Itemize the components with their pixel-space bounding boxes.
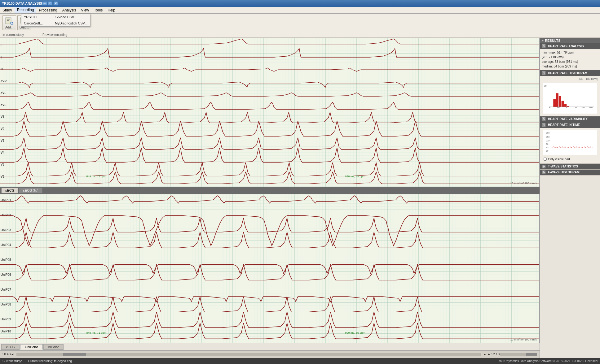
add-button[interactable]: Add... xyxy=(2,15,16,30)
only-visible-part-row: Only visible part xyxy=(542,156,598,162)
tab-secg-3x4[interactable]: sECG 3x4 xyxy=(19,188,42,193)
hrit-expand-icon[interactable]: ⊖ xyxy=(542,123,545,127)
dropdown-row-2: CardioSoft... MyDiagnostick CSV... xyxy=(21,20,90,26)
panel-tabs: sECG sECG 3x4 xyxy=(0,187,540,194)
tab-secg[interactable]: sECG xyxy=(1,188,18,193)
lower-annotation-2: 920 ms, 65 bpm xyxy=(345,331,365,334)
hrv-label: HEART RATE VARIABILITY xyxy=(548,117,588,121)
hrh-content: (30 - 180 BPM) 30 xyxy=(540,76,600,116)
hr-time-chart: 190 150 110 90 65 30 xyxy=(543,130,597,155)
in-current-study: In current study xyxy=(2,33,24,37)
copyright-label: YourRhythmics Data Analysis Software © 2… xyxy=(498,359,598,363)
dropdown-item-12lead[interactable]: 12-lead CSV... xyxy=(55,15,80,19)
svg-text:90: 90 xyxy=(546,143,549,145)
twave-label: T-WAVE STATISTICS xyxy=(548,165,578,168)
window-controls: ─ □ ✕ xyxy=(42,1,58,6)
scroll-bar: 50.4 s ◄ ► ► 52.1 s xyxy=(0,350,540,358)
svg-text:30: 30 xyxy=(549,106,551,109)
section-twave: ⊖ T-WAVE STATISTICS xyxy=(540,164,600,170)
scroll-right-thumb[interactable] xyxy=(526,353,537,356)
section-header-twave[interactable]: ⊖ T-WAVE STATISTICS xyxy=(540,164,600,169)
fwave-expand-icon[interactable]: ⊖ xyxy=(542,171,545,174)
dropdown-row-1: YRS100... 12-lead CSV... xyxy=(21,14,90,20)
twave-expand-icon[interactable]: ⊖ xyxy=(542,165,545,168)
svg-rect-16 xyxy=(559,96,561,107)
hra-content: min - max: 51 - 79 bpm (761 - 1185 ms) a… xyxy=(540,49,600,70)
svg-text:190: 190 xyxy=(546,132,550,134)
section-header-hra[interactable]: ⊖ HEART RATE ANALYSIS xyxy=(540,43,600,49)
lower-annotation-1: 849 ms, 71 bpm xyxy=(86,331,106,334)
menu-bar: Study Recording Processing Analysis View… xyxy=(0,7,600,14)
section-header-fwave[interactable]: ⊖ F-WAVE HISTOGRAM xyxy=(540,170,600,175)
results-title: RESULTS xyxy=(545,39,561,42)
svg-rect-15 xyxy=(556,93,558,107)
svg-text:90: 90 xyxy=(566,106,568,109)
results-expand-icon[interactable]: » xyxy=(542,39,544,42)
scroll-left-arrow[interactable]: ◄ xyxy=(11,353,14,356)
only-visible-checkbox[interactable] xyxy=(544,158,547,161)
right-panel: » RESULTS ⊖ HEART RATE ANALYSIS min - ma… xyxy=(540,38,600,358)
svg-text:60: 60 xyxy=(557,106,560,109)
menu-help[interactable]: Help xyxy=(105,7,118,13)
section-hrit: ⊖ HEART RATE IN TIME 190 150 110 90 65 3… xyxy=(540,122,600,164)
fwave-label: F-WAVE HISTOGRAM xyxy=(548,171,580,174)
hra-expand-icon[interactable]: ⊖ xyxy=(542,44,545,48)
scroll-right-label: ► 52.1 s xyxy=(488,353,500,356)
histogram-svg: 30 xyxy=(544,84,596,109)
results-header: » RESULTS xyxy=(540,38,600,43)
dropdown-item-mydiagnostick[interactable]: MyDiagnostick CSV... xyxy=(55,21,87,25)
hra-average: average: 63 bpm (951 ms) xyxy=(542,59,598,64)
hrit-label: HEART RATE IN TIME xyxy=(548,123,580,127)
add-icon xyxy=(5,16,14,25)
hrv-expand-icon[interactable]: ⊖ xyxy=(542,117,545,121)
scroll-right-arrow[interactable]: ► xyxy=(483,353,486,356)
svg-rect-14 xyxy=(553,99,556,106)
menu-view[interactable]: View xyxy=(78,7,91,13)
svg-text:150: 150 xyxy=(546,136,550,138)
app-title: YRS100 DATA ANALYSIS xyxy=(2,2,42,5)
recording-dropdown: YRS100... 12-lead CSV... CardioSoft... M… xyxy=(21,14,90,27)
dropdown-item-yrs[interactable]: YRS100... xyxy=(24,15,49,19)
add-label: Add... xyxy=(5,26,13,29)
menu-study[interactable]: Study xyxy=(0,7,15,13)
svg-text:110: 110 xyxy=(546,140,550,142)
hra-minmax: min - max: 51 - 79 bpm xyxy=(542,50,598,55)
hrh-expand-icon[interactable]: ⊖ xyxy=(542,71,545,75)
upper-annotation-1: 849 ms, 71 bpm xyxy=(86,175,106,178)
section-fwave: ⊖ F-WAVE HISTOGRAM xyxy=(540,170,600,176)
dropdown-item-cardiosoft[interactable]: CardioSoft... xyxy=(24,21,49,25)
menu-tools[interactable]: Tools xyxy=(91,7,105,13)
svg-text:65: 65 xyxy=(546,146,549,149)
section-header-hrv[interactable]: ⊖ HEART RATE VARIABILITY xyxy=(540,116,600,122)
section-header-hrh[interactable]: ⊖ HEART RATE HISTOGRAM xyxy=(540,70,600,76)
minimize-button[interactable]: ─ xyxy=(42,1,47,6)
main-area: I II III aVR aVL aVF V1 V2 V3 V4 V5 V6 xyxy=(0,38,600,358)
ecg-container: I II III aVR aVL aVF V1 V2 V3 V4 V5 V6 xyxy=(0,38,540,358)
tab-xecg[interactable]: xECG xyxy=(1,344,20,350)
scroll-left-label: 50.4 s xyxy=(2,353,11,356)
current-recording-label: Current recording: te-ecged ecg xyxy=(28,359,72,363)
tab-bipolar[interactable]: BiPolar xyxy=(43,344,64,350)
scroll-right-track[interactable] xyxy=(500,353,537,356)
menu-recording[interactable]: Recording xyxy=(15,7,37,13)
svg-text:30: 30 xyxy=(546,150,549,152)
svg-text:120: 120 xyxy=(573,106,577,109)
upper-annotation-2: 920 ms, 65 bpm xyxy=(345,175,365,178)
current-study-label: Current study: xyxy=(2,359,22,363)
section-header-hrit[interactable]: ⊖ HEART RATE IN TIME xyxy=(540,122,600,128)
study-status: In current study Preview recording xyxy=(0,32,600,38)
upper-ecg-panel: I II III aVR aVL aVF V1 V2 V3 V4 V5 V6 xyxy=(0,38,540,187)
menu-processing[interactable]: Processing xyxy=(36,7,60,13)
scroll-track[interactable] xyxy=(16,353,481,356)
lower-ecg-panel: UniP01 UniP02 UniP03 UniP04 UniP05 UniP0… xyxy=(0,194,540,343)
scroll-thumb[interactable] xyxy=(63,353,86,356)
close-button[interactable]: ✕ xyxy=(53,1,58,6)
title-bar: YRS100 DATA ANALYSIS ─ □ ✕ xyxy=(0,0,600,7)
upper-scale: 10 mm/mV 100 mm/s xyxy=(510,182,537,185)
menu-analysis[interactable]: Analysis xyxy=(60,7,79,13)
tab-unipolar[interactable]: UniPolar xyxy=(20,344,42,349)
status-bar: Current study: Current recording: te-ecg… xyxy=(0,358,600,364)
section-heart-rate-histogram: ⊖ HEART RATE HISTOGRAM (30 - 180 BPM) 30 xyxy=(540,70,600,116)
restore-button[interactable]: □ xyxy=(48,1,53,6)
ecg-waveform-lower xyxy=(0,194,539,343)
